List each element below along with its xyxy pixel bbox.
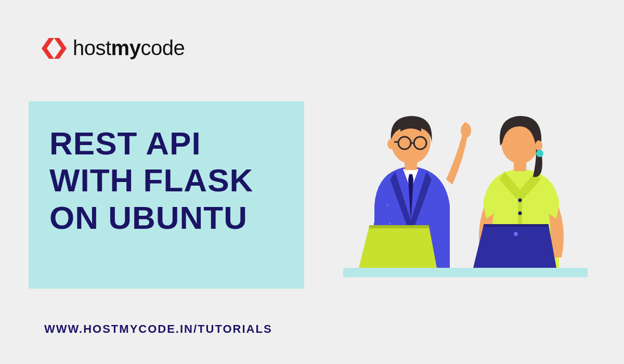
logo-text: hostmycode [73, 36, 185, 60]
logo-word-my: my [111, 36, 141, 59]
svg-rect-2 [464, 122, 467, 132]
logo-word-host: host [73, 36, 111, 59]
url-text: WWW.HOSTMYCODE.IN/TUTORIALS [44, 322, 272, 336]
svg-point-20 [535, 140, 542, 151]
svg-rect-23 [484, 224, 549, 227]
svg-point-15 [518, 199, 522, 202]
svg-point-3 [386, 204, 388, 206]
svg-point-16 [518, 212, 522, 215]
svg-rect-13 [369, 225, 429, 228]
svg-point-8 [387, 139, 395, 149]
people-laptops-illustration [328, 101, 603, 289]
svg-point-22 [514, 232, 518, 236]
title-panel: REST API WITH FLASK ON UBUNTU [29, 101, 304, 289]
svg-point-5 [389, 223, 391, 225]
logo-icon [42, 37, 67, 60]
page-title: REST API WITH FLASK ON UBUNTU [49, 125, 286, 236]
brand-logo: hostmycode [42, 36, 185, 60]
svg-rect-0 [343, 268, 588, 277]
logo-word-code: code [140, 36, 185, 59]
svg-point-21 [536, 150, 543, 157]
